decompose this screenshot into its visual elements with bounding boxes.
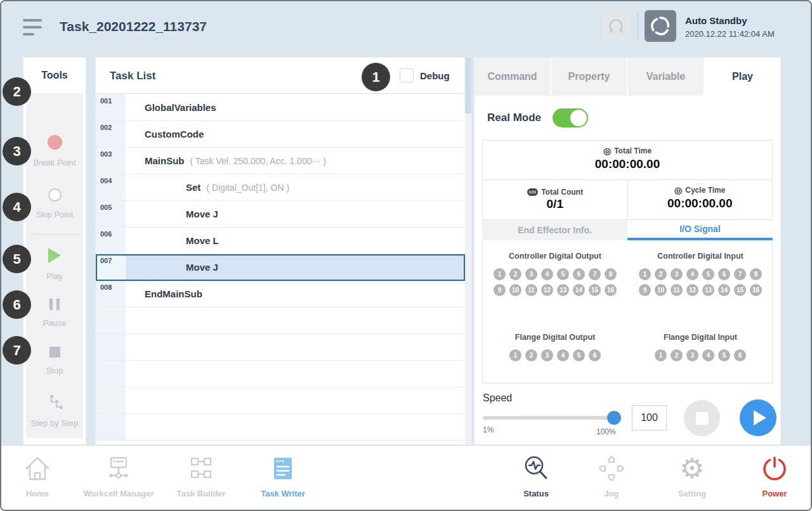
io-channel-dot: 2 [525,349,537,361]
break-point-button[interactable]: Break Point [26,135,83,167]
tab-end-effector-info[interactable]: End Effector Info. [482,220,627,240]
task-row[interactable]: 002 CustomCode [96,121,465,148]
io-group-title: Controller Digital Input [628,252,773,261]
nav-workcell-manager[interactable]: Workcell Manager [74,453,163,498]
scrollbar-thumb[interactable] [465,58,471,113]
cycle-time-label: Cycle Time [685,186,725,195]
nav-setting[interactable]: ⚙ Setting [648,453,737,498]
io-group-title: Flange Digital Input [628,333,773,342]
nav-jog-label: Jog [604,489,619,498]
io-channel-dot: 6 [589,349,601,361]
io-channel-dot: 5 [702,268,714,280]
task-writer-icon [268,453,298,484]
app-window: Task_20201222_113737 Auto Standby 2020.1… [0,0,812,511]
task-row-selected[interactable]: 007 Move J [96,254,465,281]
stop-tool-button[interactable]: Stop [26,347,83,375]
tab-property[interactable]: Property [551,58,628,96]
tools-panel: Tools Break Point Skip Point Play Pause [23,57,86,445]
speed-slider-thumb[interactable] [607,411,621,425]
menu-hamburger-icon[interactable] [23,19,43,37]
nav-jog[interactable]: Jog [567,453,656,498]
pause-tool-button[interactable]: Pause [26,299,83,328]
flange-digital-output-group: Flange Digital Output 123456 [483,333,627,363]
total-time-cell: ◎ Total Time 00:00:00.00 [483,141,772,180]
total-count-label: Total Count [541,188,583,197]
io-group-title: Controller Digital Output [483,252,627,261]
step-by-step-button[interactable]: Step by Step [26,395,83,428]
command-name: Move L [186,235,219,246]
robot-gripper-button[interactable] [601,11,631,41]
tab-command[interactable]: Command [475,58,551,96]
command-name: CustomCode [145,129,204,139]
task-list-scrollbar[interactable] [465,58,471,444]
tab-io-signal[interactable]: I/O Signal [627,220,773,240]
callout-3: 3 [3,137,31,165]
io-channel-dot: 5 [573,349,585,361]
tools-button-group: Break Point Skip Point Play Pause Stop [26,93,83,438]
task-row[interactable]: 006 Move L [96,228,465,254]
play-tool-button[interactable]: Play [26,248,83,281]
break-point-label: Break Point [26,158,83,167]
task-row[interactable]: 004 Set ( Digital_Out[1], ON ) [96,174,465,201]
io-channel-dot: 6 [718,268,730,280]
nav-task-builder[interactable]: Task Builder [157,453,246,498]
debug-checkbox[interactable] [400,68,414,82]
skip-point-button[interactable]: Skip Point [26,188,83,219]
swirl-icon [649,15,672,37]
io-channel-dot: 8 [605,268,617,280]
io-channel-dot: 10 [655,284,667,296]
nav-task-writer[interactable]: Task Writer [239,453,327,498]
command-name: MainSub [145,155,185,166]
panel-play-button[interactable] [740,399,776,436]
speed-slider[interactable] [483,416,621,420]
task-row[interactable]: 003 MainSub ( Task Vel. 250.000, Acc. 1.… [96,148,465,174]
io-channel-dot: 8 [750,268,762,280]
tools-divider [31,234,78,235]
io-channel-dot: 5 [557,268,569,280]
speed-value-input[interactable] [632,405,667,430]
task-row[interactable]: 008 EndMainSub [96,281,465,307]
skip-point-label: Skip Point [26,210,83,219]
io-channel-dot: 16 [750,284,762,296]
nav-task-writer-label: Task Writer [261,489,305,498]
controller-digital-input-group: Controller Digital Input 123456789101112… [628,252,773,298]
io-channel-dot: 4 [541,268,553,280]
total-count-cell: 123 Total Count 0/1 [483,180,628,219]
step-by-step-label: Step by Step [26,418,83,428]
task-row[interactable]: 001 GlobalVariables [96,94,465,121]
task-builder-icon [186,453,216,484]
command-name: EndMainSub [145,288,202,299]
io-channel-dot: 6 [573,268,585,280]
panel-stop-button[interactable] [684,400,720,436]
stop-square-icon [696,412,709,425]
io-channel-dot: 16 [605,284,617,296]
command-params: ( Digital_Out[1], ON ) [206,183,289,193]
real-mode-label: Real Mode [487,112,541,124]
real-mode-toggle[interactable] [553,108,588,127]
right-panel-tabs: Command Property Variable Play [475,58,780,96]
auto-mode-button[interactable] [645,10,676,42]
task-row[interactable]: 005 Move J [96,201,465,228]
tab-play[interactable]: Play [705,58,780,96]
total-time-label: Total Time [614,146,652,155]
task-title: Task_20201222_113737 [60,19,207,34]
io-channel-dot: 3 [686,349,698,361]
io-channel-dot: 10 [509,284,521,296]
toggle-knob [570,110,587,126]
nav-workcell-manager-label: Workcell Manager [83,489,154,498]
io-channel-dot: 1 [509,349,521,361]
nav-power[interactable]: Power [730,453,812,498]
nav-setting-label: Setting [678,489,706,498]
tab-variable[interactable]: Variable [628,58,705,96]
callout-7: 7 [3,336,31,365]
callout-2: 2 [3,77,31,106]
flange-digital-input-group: Flange Digital Input 123456 [628,333,773,363]
task-row-empty [96,387,465,414]
stop-label: Stop [26,366,83,375]
total-time-value: 00:00:00.00 [483,157,772,171]
workcell-manager-icon [103,453,134,484]
nav-home[interactable]: Home [0,453,82,498]
speed-min-label: 1% [483,425,494,434]
io-sub-tabs: End Effector Info. I/O Signal [482,220,773,240]
row-number: 008 [96,281,126,307]
